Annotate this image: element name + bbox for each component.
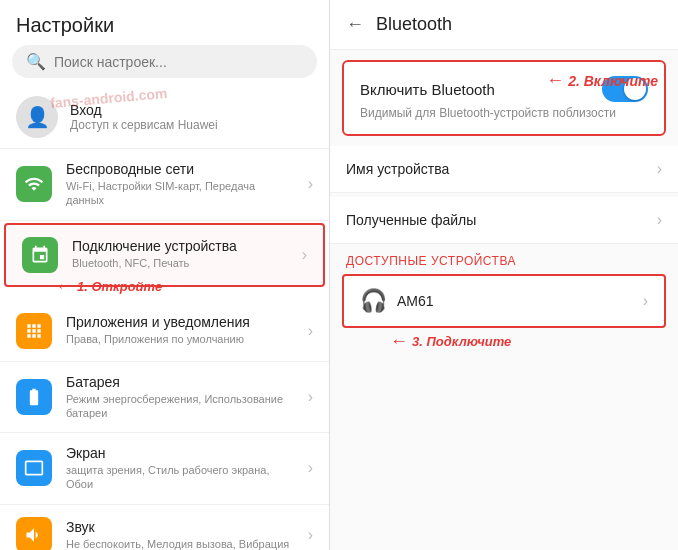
toggle-label: Включить Bluetooth [360, 81, 495, 98]
profile-row[interactable]: 👤 Вход Доступ к сервисам Huawei [0, 86, 329, 149]
sound-desc: Не беспокоить, Мелодия вызова, Вибрация [66, 537, 294, 550]
connect-title: Подключение устройства [72, 238, 288, 254]
apps-title: Приложения и уведомления [66, 314, 294, 330]
display-chevron: › [308, 459, 313, 477]
settings-title: Настройки [0, 0, 329, 45]
profile-info: Вход Доступ к сервисам Huawei [70, 102, 218, 132]
search-bar[interactable]: 🔍 [12, 45, 317, 78]
step2-label: 2. Включите [568, 73, 658, 89]
sidebar-item-connect[interactable]: Подключение устройства Bluetooth, NFC, П… [4, 223, 325, 287]
avatar: 👤 [16, 96, 58, 138]
available-header: ДОСТУПНЫЕ УСТРОЙСТВА [330, 244, 678, 274]
menu-list: Беспроводные сети Wi-Fi, Настройки SIM-к… [0, 149, 329, 550]
sidebar-item-battery[interactable]: Батарея Режим энергосбережения, Использо… [0, 362, 329, 434]
sidebar-item-apps[interactable]: Приложения и уведомления Права, Приложен… [0, 301, 329, 362]
display-icon [16, 450, 52, 486]
battery-icon [16, 379, 52, 415]
back-button[interactable]: ← [346, 14, 364, 35]
connect-icon [22, 237, 58, 273]
search-input[interactable] [54, 54, 303, 70]
device-name-label: Имя устройства [346, 161, 449, 177]
step3-label: 3. Подключите [412, 334, 511, 349]
wifi-desc: Wi-Fi, Настройки SIM-карт, Передача данн… [66, 179, 294, 208]
apps-icon [16, 313, 52, 349]
search-icon: 🔍 [26, 52, 46, 71]
bluetooth-content: Включить Bluetooth Видимый для Bluetooth… [330, 50, 678, 550]
sidebar-item-wifi[interactable]: Беспроводные сети Wi-Fi, Настройки SIM-к… [0, 149, 329, 221]
bluetooth-header: ← Bluetooth [330, 0, 678, 50]
apps-chevron: › [308, 322, 313, 340]
device-area: 🎧 AM61 › ← 3. Подключите [330, 274, 678, 328]
device-left: 🎧 AM61 [360, 288, 434, 314]
sound-icon [16, 517, 52, 550]
device-name-chevron: › [657, 160, 662, 178]
received-files-label: Полученные файлы [346, 212, 476, 228]
received-files-chevron: › [657, 211, 662, 229]
wifi-title: Беспроводные сети [66, 161, 294, 177]
device-chevron: › [643, 292, 648, 310]
apps-desc: Права, Приложения по умолчанию [66, 332, 294, 346]
profile-sub: Доступ к сервисам Huawei [70, 118, 218, 132]
bluetooth-panel: ← Bluetooth Включить Bluetooth Видимый д… [330, 0, 678, 550]
bluetooth-title: Bluetooth [376, 14, 452, 35]
toggle-subtitle: Видимый для Bluetooth-устройств поблизос… [360, 106, 648, 120]
step1-label: 1. Откройте [77, 279, 162, 294]
wifi-text: Беспроводные сети Wi-Fi, Настройки SIM-к… [66, 161, 294, 208]
sidebar-item-display[interactable]: Экран защита зрения, Стиль рабочего экра… [0, 433, 329, 505]
battery-desc: Режим энергосбережения, Использование ба… [66, 392, 294, 421]
device-name-row[interactable]: Имя устройства › [330, 146, 678, 193]
display-desc: защита зрения, Стиль рабочего экрана, Об… [66, 463, 294, 492]
sidebar-item-sound[interactable]: Звук Не беспокоить, Мелодия вызова, Вибр… [0, 505, 329, 550]
toggle-area: Включить Bluetooth Видимый для Bluetooth… [330, 60, 678, 136]
connect-text: Подключение устройства Bluetooth, NFC, П… [72, 238, 288, 270]
battery-title: Батарея [66, 374, 294, 390]
display-title: Экран [66, 445, 294, 461]
apps-text: Приложения и уведомления Права, Приложен… [66, 314, 294, 346]
profile-name: Вход [70, 102, 218, 118]
wifi-icon [16, 166, 52, 202]
headphone-icon: 🎧 [360, 288, 387, 314]
battery-text: Батарея Режим энергосбережения, Использо… [66, 374, 294, 421]
sound-text: Звук Не беспокоить, Мелодия вызова, Вибр… [66, 519, 294, 550]
device-name-am61: AM61 [397, 293, 434, 309]
sound-title: Звук [66, 519, 294, 535]
sound-chevron: › [308, 526, 313, 544]
display-text: Экран защита зрения, Стиль рабочего экра… [66, 445, 294, 492]
wifi-chevron: › [308, 175, 313, 193]
connect-chevron: › [302, 246, 307, 264]
connect-desc: Bluetooth, NFC, Печать [72, 256, 288, 270]
received-files-row[interactable]: Полученные файлы › [330, 197, 678, 244]
battery-chevron: › [308, 388, 313, 406]
settings-panel: Настройки 🔍 👤 Вход Доступ к сервисам Hua… [0, 0, 330, 550]
device-row-am61[interactable]: 🎧 AM61 › [342, 274, 666, 328]
